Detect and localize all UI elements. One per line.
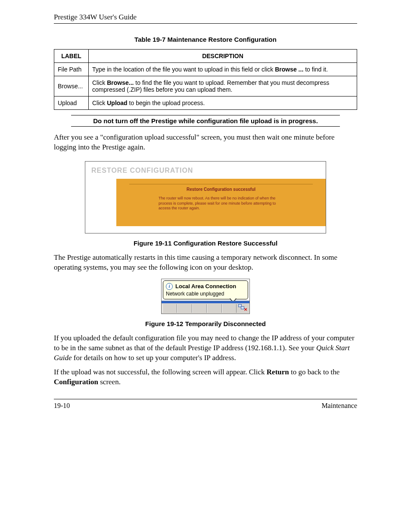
row-label: Browse... bbox=[54, 76, 89, 96]
row-description: Click Browse... to find the file you wan… bbox=[89, 76, 357, 96]
paragraph: After you see a "configuration upload su… bbox=[54, 133, 357, 152]
tooltip-title: Local Area Connection bbox=[175, 283, 236, 289]
paragraph: The Prestige automatically restarts in t… bbox=[54, 253, 357, 273]
restore-panel-title: RESTORE CONFIGURATION bbox=[85, 167, 326, 179]
col-header-label: LABEL bbox=[54, 50, 89, 63]
paragraph: If the upload was not successful, the fo… bbox=[54, 367, 357, 387]
restore-message-title: Restore Configuration successful bbox=[129, 187, 313, 192]
tooltip-balloon: i Local Area Connection Network cable un… bbox=[163, 280, 248, 299]
network-disconnected-icon: ✕ bbox=[238, 304, 246, 311]
figure-caption: Figure 19-11 Configuration Restore Succe… bbox=[54, 240, 357, 247]
section-name: Maintenance bbox=[321, 402, 357, 410]
config-table: LABEL DESCRIPTION File Path Type in the … bbox=[54, 49, 357, 110]
table-caption: Table 19-7 Maintenance Restore Configura… bbox=[54, 36, 357, 43]
row-label: File Path bbox=[54, 63, 89, 76]
restore-banner: Restore Configuration successful The rou… bbox=[116, 179, 326, 226]
table-row: Upload Click Upload to begin the upload … bbox=[54, 96, 357, 110]
restore-message-body: The router will now reboot. As there wil… bbox=[159, 196, 283, 211]
row-description: Type in the location of the file you wan… bbox=[89, 63, 357, 76]
figure-network-tooltip: i Local Area Connection Network cable un… bbox=[161, 279, 250, 314]
paragraph: If you uploaded the default configuratio… bbox=[54, 333, 357, 363]
page-header: Prestige 334W User's Guide bbox=[54, 13, 357, 24]
table-row: Browse... Click Browse... to find the fi… bbox=[54, 76, 357, 96]
header-title: Prestige 334W User's Guide bbox=[54, 13, 137, 21]
figure-restore-configuration: RESTORE CONFIGURATION Restore Configurat… bbox=[85, 161, 326, 233]
tooltip-body: Network cable unplugged bbox=[166, 291, 245, 297]
figure-caption: Figure 19-12 Temporarily Disconnected bbox=[54, 320, 357, 327]
row-description: Click Upload to begin the upload process… bbox=[89, 96, 357, 110]
page-footer: 19-10 Maintenance bbox=[54, 399, 357, 410]
system-tray: ✕ bbox=[162, 301, 249, 314]
info-icon: i bbox=[166, 283, 173, 290]
row-label: Upload bbox=[54, 96, 89, 110]
warning-box: Do not turn off the Prestige while confi… bbox=[71, 115, 340, 127]
page-number: 19-10 bbox=[54, 402, 70, 410]
table-row: File Path Type in the location of the fi… bbox=[54, 63, 357, 76]
col-header-description: DESCRIPTION bbox=[89, 50, 357, 63]
warning-text: Do not turn off the Prestige while confi… bbox=[71, 117, 340, 124]
